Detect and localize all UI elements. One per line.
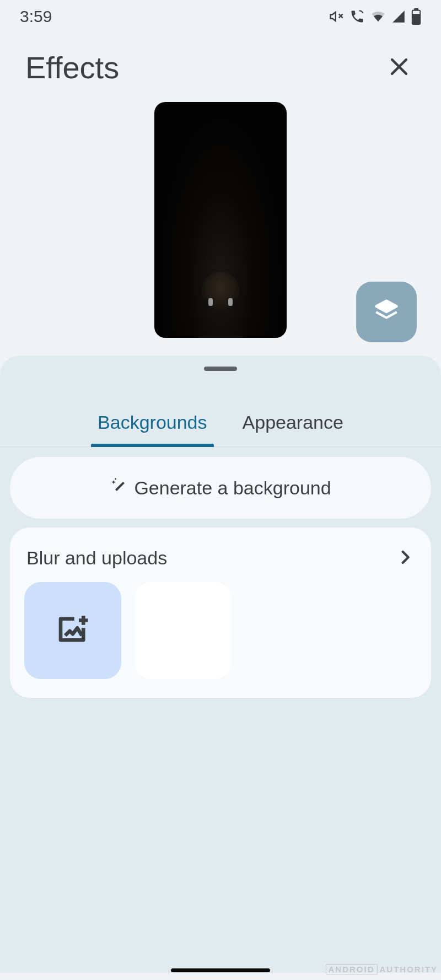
- blur-uploads-title: Blur and uploads: [26, 547, 167, 569]
- upload-image-button[interactable]: [24, 582, 121, 679]
- wifi-calling-icon: [349, 9, 365, 24]
- wifi-icon: [370, 9, 386, 24]
- background-thumbnail[interactable]: [135, 582, 232, 679]
- effects-bottom-sheet: Backgrounds Appearance Generate a backgr…: [0, 356, 441, 973]
- status-bar: 3:59: [0, 0, 441, 33]
- add-image-icon: [55, 611, 91, 650]
- svg-rect-4: [413, 11, 420, 14]
- video-preview-area: [0, 96, 441, 356]
- magic-wand-icon: [110, 476, 128, 499]
- tab-appearance[interactable]: Appearance: [238, 404, 348, 446]
- svg-point-7: [115, 478, 117, 480]
- chevron-right-icon: [396, 548, 415, 569]
- generate-background-button[interactable]: Generate a background: [10, 457, 431, 519]
- sheet-drag-handle[interactable]: [204, 367, 237, 371]
- tab-backgrounds[interactable]: Backgrounds: [93, 404, 211, 446]
- thumbnail-row: [24, 582, 417, 679]
- video-preview: [154, 102, 287, 338]
- layers-button[interactable]: [356, 282, 417, 342]
- blur-uploads-header[interactable]: Blur and uploads: [24, 544, 417, 582]
- svg-rect-3: [414, 8, 418, 10]
- layers-icon: [373, 297, 400, 327]
- mute-icon: [329, 9, 344, 24]
- page-title: Effects: [25, 50, 119, 85]
- tabs: Backgrounds Appearance: [0, 404, 441, 447]
- gesture-bar[interactable]: [171, 968, 270, 972]
- blur-uploads-section: Blur and uploads: [10, 527, 431, 698]
- cellular-icon: [391, 9, 406, 24]
- watermark: ANDROID AUTHORITY: [326, 964, 438, 974]
- generate-background-label: Generate a background: [134, 477, 331, 499]
- status-icons-group: [329, 8, 421, 25]
- page-header: Effects: [0, 33, 441, 96]
- battery-icon: [411, 8, 421, 25]
- close-icon: [387, 71, 411, 80]
- status-time: 3:59: [20, 7, 52, 26]
- close-button[interactable]: [383, 50, 416, 85]
